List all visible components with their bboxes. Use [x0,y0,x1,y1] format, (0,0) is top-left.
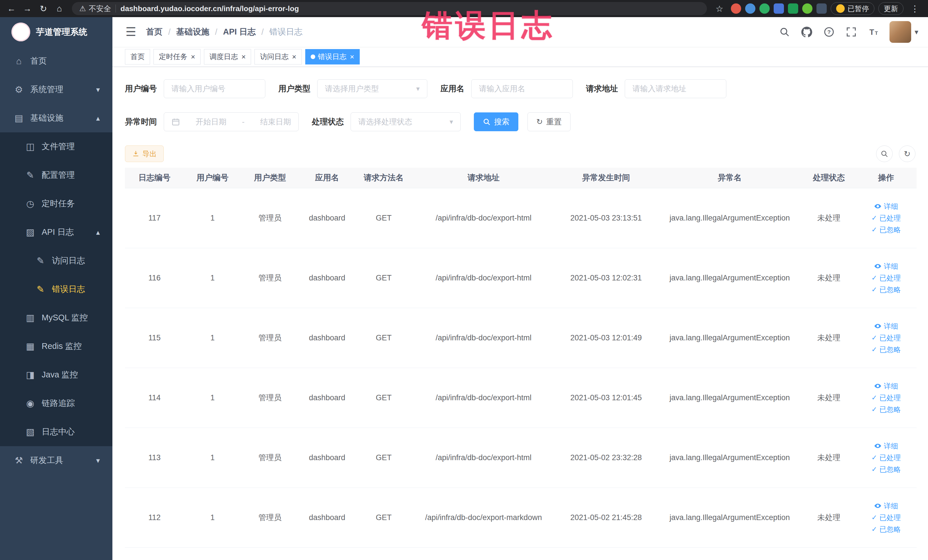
close-icon[interactable]: × [292,53,296,61]
mark-processed-link[interactable]: ✓已处理 [858,513,914,522]
hamburger-icon[interactable]: ☰ [125,26,136,38]
fullscreen-icon[interactable] [845,26,858,38]
sidebar-item[interactable]: ▧日志中心 [0,418,112,446]
caret-down-icon: ▾ [914,27,918,37]
tag-2[interactable]: 调度日志× [204,49,251,64]
app-logo[interactable]: 芋道管理系统 [0,17,112,47]
extension-icon[interactable] [774,3,784,14]
help-icon[interactable]: ? [823,26,835,38]
extension-icon[interactable] [802,3,812,14]
sidebar-item[interactable]: ◫文件管理 [0,132,112,161]
user-id-input[interactable]: 请输入用户编号 [164,79,265,98]
mark-processed-link[interactable]: ✓已处理 [858,214,914,223]
sidebar-item[interactable]: ◨Java 监控 [0,360,112,389]
browser-menu-icon[interactable]: ⋮ [907,1,922,16]
font-size-icon[interactable]: TT [867,26,880,38]
detail-link[interactable]: 详细 [858,262,914,271]
request-url-input[interactable]: 请输入请求地址 [625,79,726,98]
sidebar-item[interactable]: ◉链路追踪 [0,389,112,418]
sidebar-item[interactable]: ◷定时任务 [0,189,112,218]
check-icon: ✓ [871,215,877,221]
detail-link[interactable]: 详细 [858,441,914,451]
sidebar-item[interactable]: ✎配置管理 [0,161,112,189]
refresh-button[interactable]: ↻ [899,145,916,162]
mark-processed-link[interactable]: ✓已处理 [858,393,914,403]
bookmark-star-icon[interactable]: ☆ [712,1,727,16]
mark-processed-link[interactable]: ✓已处理 [858,453,914,462]
chevron-down-icon: ▾ [96,456,100,465]
detail-link[interactable]: 详细 [858,381,914,391]
table-cell: java.lang.IllegalArgumentException [657,428,802,488]
search-button[interactable]: 搜索 [474,112,518,131]
table-row: 1151管理员dashboardGET/api/infra/db-doc/exp… [125,308,917,368]
user-menu[interactable]: ▾ [890,21,918,43]
breadcrumb-item[interactable]: 基础设施 [176,26,209,38]
user-type-select[interactable]: 请选择用户类型 ▾ [317,79,427,98]
mark-processed-link[interactable]: ✓已处理 [858,333,914,343]
sidebar-item[interactable]: ✎错误日志 [0,275,112,304]
reset-button[interactable]: ↻ 重置 [528,112,571,131]
export-button[interactable]: 导出 [125,145,164,162]
user-id-field: 用户编号 请输入用户编号 [125,79,265,98]
request-url-label: 请求地址 [586,83,618,94]
close-icon[interactable]: × [241,53,246,61]
sidebar-item[interactable]: ⚙系统管理▾ [0,75,112,104]
close-icon[interactable]: × [191,53,195,61]
address-bar[interactable]: ⚠ 不安全 dashboard.yudao.iocoder.cn/infra/l… [72,2,707,15]
browser-forward-icon[interactable]: → [20,1,35,16]
check-icon: ✓ [871,466,877,473]
mark-ignored-link[interactable]: ✓已忽略 [858,285,914,294]
paused-badge[interactable]: 已暂停 [831,2,875,15]
sidebar-item[interactable]: ▤基础设施▴ [0,104,112,132]
mark-ignored-link[interactable]: ✓已忽略 [858,225,914,235]
table-cell: java.lang.IllegalArgumentException [657,488,802,548]
search-toggle-button[interactable] [876,145,893,162]
mark-ignored-link[interactable]: ✓已忽略 [858,525,914,534]
mark-ignored-link[interactable]: ✓已忽略 [858,465,914,474]
mark-ignored-link[interactable]: ✓已忽略 [858,345,914,354]
browser-home-icon[interactable]: ⌂ [52,1,67,16]
breadcrumb-item[interactable]: API 日志 [223,26,256,38]
table-cell: dashboard [299,428,355,488]
sidebar-item[interactable]: ✎访问日志 [0,246,112,275]
github-icon[interactable] [800,26,813,38]
tag-active[interactable]: 错误日志× [305,49,360,64]
process-status-select[interactable]: 请选择处理状态 ▾ [351,112,461,131]
process-status-field: 处理状态 请选择处理状态 ▾ [312,112,461,131]
update-button[interactable]: 更新 [878,2,904,15]
search-icon[interactable] [778,26,791,38]
breadcrumb-item[interactable]: 首页 [146,26,163,38]
detail-link[interactable]: 详细 [858,501,914,511]
tag-1[interactable]: 定时任务× [154,49,200,64]
sidebar-item[interactable]: ⚒研发工具▾ [0,446,112,475]
breadcrumb-separator: / [215,27,217,37]
browser-back-icon[interactable]: ← [4,1,19,16]
detail-link[interactable]: 详细 [858,322,914,331]
extension-icon[interactable] [731,3,741,14]
column-header: 用户编号 [184,168,241,188]
extension-icon[interactable] [817,3,827,14]
app-name-input[interactable]: 请输入应用名 [471,79,573,98]
mark-ignored-link[interactable]: ✓已忽略 [858,405,914,414]
extension-icon[interactable] [759,3,770,14]
sidebar-item[interactable]: ▦Redis 监控 [0,332,112,360]
detail-link[interactable]: 详细 [858,202,914,211]
sidebar-item-label: 日志中心 [42,426,75,438]
extension-icon[interactable] [788,3,798,14]
sidebar-item-label: 访问日志 [52,255,85,267]
sidebar-item[interactable]: ▨API 日志▴ [0,218,112,246]
date-range-picker[interactable]: 开始日期 - 结束日期 [164,112,299,131]
error-log-table: 日志编号用户编号用户类型应用名请求方法名请求地址异常发生时间异常名处理状态操作 … [125,168,917,548]
tag-0[interactable]: 首页 [125,49,150,64]
column-header: 请求方法名 [355,168,412,188]
sidebar-item[interactable]: ▥MySQL 监控 [0,304,112,332]
table-row: 1161管理员dashboardGET/api/infra/db-doc/exp… [125,248,917,308]
browser-reload-icon[interactable]: ↻ [36,1,51,16]
close-icon[interactable]: × [350,53,354,61]
not-secure-warning[interactable]: ⚠ 不安全 [79,4,111,14]
extension-icon[interactable] [745,3,756,14]
mark-processed-link[interactable]: ✓已处理 [858,273,914,283]
sidebar-item[interactable]: ⌂首页 [0,47,112,75]
tag-label: 调度日志 [209,52,238,61]
tag-3[interactable]: 访问日志× [255,49,302,64]
